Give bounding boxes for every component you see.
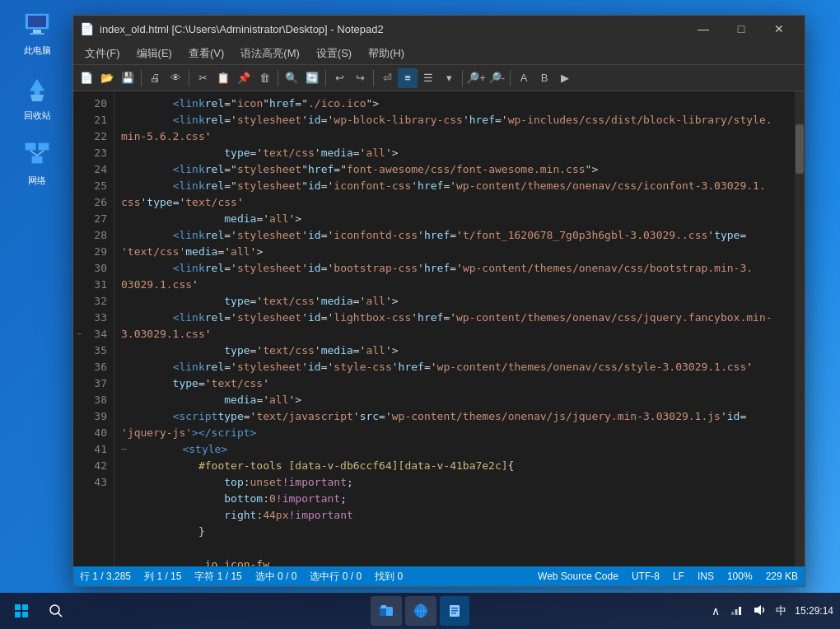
- menu-help[interactable]: 帮助(H): [360, 43, 413, 64]
- tray-network[interactable]: [726, 602, 746, 621]
- toolbar-printprev[interactable]: 👁: [166, 68, 185, 88]
- line-num-29: 29: [73, 243, 114, 259]
- line-num-20: 20: [73, 95, 114, 111]
- code-line-29: <link rel='stylesheet' id='lightbox-css'…: [114, 309, 795, 325]
- svg-line-7: [30, 151, 37, 156]
- toolbar-active[interactable]: ≡: [398, 68, 418, 88]
- code-line-31: <link rel='stylesheet' id='style-css' hr…: [114, 358, 795, 375]
- toolbar-delete[interactable]: 🗑: [254, 68, 274, 88]
- toolbar-sep3: [278, 70, 278, 86]
- svg-rect-5: [38, 142, 49, 151]
- toolbar-newfile[interactable]: 📄: [77, 68, 96, 88]
- toolbar-list[interactable]: ☰: [418, 68, 438, 88]
- desktop-icon-mypc[interactable]: 此电脑: [8, 8, 66, 57]
- toolbar-macro[interactable]: ▶: [555, 68, 575, 88]
- toolbar-paste[interactable]: 📌: [234, 68, 254, 88]
- desktop-icon-recycle-label: 回收站: [24, 109, 51, 122]
- line-num-40: 40: [73, 424, 114, 440]
- code-line-39: }: [114, 523, 795, 539]
- line-num-33: 33: [73, 309, 114, 325]
- toolbar-sep1: [141, 70, 142, 86]
- notepad-icon: 📄: [80, 22, 93, 35]
- line-num-41: 41: [73, 440, 114, 457]
- window-controls: — □ ✕: [684, 16, 798, 42]
- toolbar-listmore[interactable]: ▾: [439, 68, 459, 88]
- toolbar-print[interactable]: 🖨: [145, 68, 165, 88]
- taskbar-browser[interactable]: [405, 596, 436, 626]
- toolbar: 📄 📂 💾 🖨 👁 ✂ 📋 📌 🗑 🔍 🔄 ↩ ↪ ⏎ ≡ ☰ ▾ 🔎+ 🔎: [73, 65, 805, 91]
- code-line-23: <link rel="stylesheet" href="font-awesom…: [114, 161, 795, 177]
- status-size: 229 KB: [766, 571, 798, 582]
- tray-icons: ∧ 中: [708, 602, 790, 621]
- code-line-20: <link rel="icon" href="./ico.ico">: [114, 95, 795, 111]
- toolbar-save[interactable]: 💾: [118, 68, 138, 88]
- status-zoom: 100%: [727, 571, 753, 582]
- toolbar-replace[interactable]: 🔄: [302, 68, 322, 88]
- tray-ime[interactable]: 中: [772, 602, 790, 620]
- line-num-23: 23: [73, 144, 114, 161]
- time-display[interactable]: 15:29:14: [795, 604, 833, 618]
- toolbar-redo[interactable]: ↪: [350, 68, 370, 88]
- svg-rect-16: [380, 608, 386, 616]
- toolbar-wrap[interactable]: ⏎: [377, 68, 397, 88]
- desktop-icons: 此电脑 回收站 网络: [8, 8, 66, 187]
- svg-rect-11: [15, 612, 21, 617]
- toolbar-copy[interactable]: 📋: [213, 68, 233, 88]
- svg-rect-12: [22, 612, 28, 617]
- code-line-26: <link rel='stylesheet' id='iconfontd-css…: [114, 226, 795, 243]
- code-line-25: media='all'>: [114, 210, 795, 226]
- svg-rect-23: [451, 608, 458, 609]
- toolbar-find[interactable]: 🔍: [282, 68, 301, 88]
- toolbar-open[interactable]: 📂: [97, 68, 117, 88]
- toolbar-sep6: [462, 70, 463, 86]
- maximize-button[interactable]: □: [722, 16, 760, 42]
- desktop-icon-network-label: 网络: [28, 175, 46, 187]
- minimize-button[interactable]: —: [684, 16, 722, 42]
- toolbar-zoomin[interactable]: 🔎+: [466, 68, 486, 88]
- toolbar-undo[interactable]: ↩: [329, 68, 349, 88]
- code-line-27b: 03029.1.css': [114, 276, 795, 292]
- line-num-27: 27: [73, 210, 114, 226]
- taskbar-explorer[interactable]: [371, 596, 402, 626]
- menu-view[interactable]: 查看(V): [180, 43, 232, 64]
- code-line-22: type='text/css' media='all'>: [114, 144, 795, 161]
- menu-syntax[interactable]: 语法高亮(M): [232, 43, 308, 64]
- code-line-34: − <style>: [114, 440, 795, 457]
- toolbar-zoomout[interactable]: 🔎-: [487, 68, 506, 88]
- code-line-33b: 'jquery-js'></script>: [114, 424, 795, 440]
- svg-line-14: [58, 613, 63, 617]
- taskbar-center: [371, 596, 469, 626]
- recycle-icon: [21, 73, 54, 106]
- svg-rect-9: [15, 604, 21, 610]
- code-content[interactable]: <link rel="icon" href="./ico.ico"> <link…: [114, 91, 795, 566]
- toolbar-scheme2[interactable]: B: [534, 68, 554, 88]
- code-line-26b: 'text/css' media='all'>: [114, 243, 795, 259]
- menu-edit[interactable]: 编辑(E): [128, 43, 180, 64]
- desktop-icon-recycle[interactable]: 回收站: [8, 73, 66, 122]
- status-col: 列 1 / 15: [144, 570, 181, 584]
- close-button[interactable]: ✕: [760, 16, 798, 42]
- svg-point-13: [50, 605, 59, 614]
- code-line-21b: min-5.6.2.css': [114, 128, 795, 144]
- code-line-24b: css' type='text/css': [114, 193, 795, 210]
- line-num-36: 36: [73, 358, 114, 375]
- menu-settings[interactable]: 设置(S): [308, 43, 360, 64]
- line-num-31: 31: [73, 276, 114, 292]
- start-button[interactable]: [7, 596, 36, 626]
- title-bar: 📄 index_old.html [C:\Users\Administrator…: [73, 16, 805, 42]
- menu-file[interactable]: 文件(F): [77, 43, 128, 64]
- code-line-24: <link rel="stylesheet" id='iconfont-css'…: [114, 177, 795, 193]
- desktop-icon-network[interactable]: 网络: [8, 138, 66, 187]
- line-numbers: 20 21 22 23 24 25 26 27 28 29 30 31 32 3…: [73, 91, 114, 566]
- search-button[interactable]: [41, 596, 71, 626]
- svg-rect-27: [735, 609, 738, 615]
- toolbar-scheme1[interactable]: A: [514, 68, 534, 88]
- tray-chevron[interactable]: ∧: [708, 603, 723, 619]
- svg-rect-6: [31, 156, 43, 164]
- tray-volume[interactable]: [749, 602, 769, 621]
- taskbar-notepad2[interactable]: [440, 596, 469, 626]
- code-line-28: type='text/css' media='all'>: [114, 292, 795, 309]
- scrollbar-thumb[interactable]: [796, 124, 804, 174]
- vertical-scrollbar[interactable]: [795, 91, 805, 566]
- toolbar-cut[interactable]: ✂: [193, 68, 212, 88]
